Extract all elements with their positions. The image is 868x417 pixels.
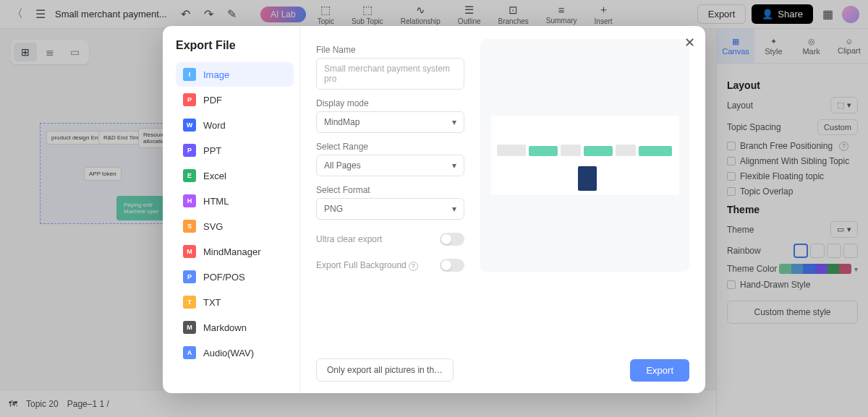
full-bg-label: Export Full Background?: [316, 260, 418, 271]
format-mindmanager[interactable]: MMindManager: [176, 239, 294, 264]
modal-title: Export File: [176, 39, 294, 52]
display-mode-select[interactable]: MindMap▾: [316, 111, 464, 133]
format-svg[interactable]: SSVG: [176, 214, 294, 238]
format-pof-pos[interactable]: PPOF/POS: [176, 265, 294, 289]
range-label: Select Range: [316, 142, 464, 152]
ultra-clear-toggle[interactable]: [440, 233, 464, 246]
export-preview: [480, 39, 689, 272]
full-bg-toggle[interactable]: [440, 259, 464, 272]
format-word[interactable]: WWord: [176, 113, 294, 137]
modal-overlay: ✕ Export File IImagePPDFWWordPPPTEExcelH…: [0, 0, 868, 417]
help-icon[interactable]: ?: [409, 262, 418, 271]
ultra-clear-label: Ultra clear export: [316, 234, 382, 244]
format-excel[interactable]: EExcel: [176, 163, 294, 188]
format-audio-wav-[interactable]: AAudio(WAV): [176, 340, 294, 365]
export-confirm-button[interactable]: Export: [630, 359, 689, 382]
export-settings: File Name Small merchant payment system …: [300, 26, 705, 393]
format-txt[interactable]: TTXT: [176, 290, 294, 314]
format-image[interactable]: IImage: [176, 62, 294, 87]
close-icon[interactable]: ✕: [684, 35, 695, 51]
only-export-pictures-button[interactable]: Only export all pictures in th…: [316, 358, 454, 382]
file-name-label: File Name: [316, 45, 464, 55]
format-pdf[interactable]: PPDF: [176, 87, 294, 112]
range-select[interactable]: All Pages▾: [316, 155, 464, 176]
export-modal: ✕ Export File IImagePPDFWWordPPPTEExcelH…: [163, 26, 705, 393]
display-mode-label: Display mode: [316, 98, 464, 108]
file-name-input[interactable]: Small merchant payment system pro: [316, 58, 464, 90]
format-ppt[interactable]: PPPT: [176, 138, 294, 163]
format-select[interactable]: PNG▾: [316, 198, 464, 220]
format-markdown[interactable]: MMarkdown: [176, 315, 294, 340]
format-html[interactable]: HHTML: [176, 189, 294, 213]
format-label: Select Format: [316, 185, 464, 195]
export-format-sidebar: Export File IImagePPDFWWordPPPTEExcelHHT…: [163, 26, 300, 393]
